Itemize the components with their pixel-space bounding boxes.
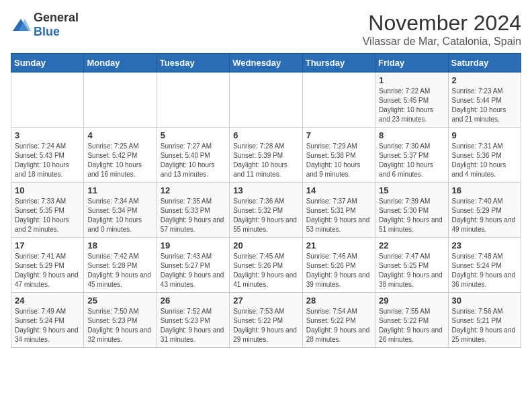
cell-week2-day6: 9Sunrise: 7:31 AM Sunset: 5:36 PM Daylig… [448, 128, 521, 183]
cell-week1-day4 [302, 73, 375, 128]
page-header: General Blue November 2024 Vilassar de M… [11, 11, 521, 48]
day-number: 25 [87, 295, 152, 306]
day-number: 15 [379, 185, 444, 195]
cell-week2-day3: 6Sunrise: 7:28 AM Sunset: 5:39 PM Daylig… [230, 128, 302, 183]
day-info: Sunrise: 7:54 AM Sunset: 5:22 PM Dayligh… [306, 307, 371, 345]
cell-week3-day4: 14Sunrise: 7:37 AM Sunset: 5:31 PM Dayli… [302, 183, 375, 238]
day-number: 28 [306, 295, 371, 306]
cell-week3-day3: 13Sunrise: 7:36 AM Sunset: 5:32 PM Dayli… [230, 183, 302, 238]
cell-week5-day2: 26Sunrise: 7:52 AM Sunset: 5:23 PM Dayli… [157, 293, 229, 348]
day-info: Sunrise: 7:36 AM Sunset: 5:32 PM Dayligh… [233, 197, 298, 234]
day-info: Sunrise: 7:52 AM Sunset: 5:23 PM Dayligh… [161, 307, 226, 345]
day-number: 18 [87, 240, 152, 250]
day-info: Sunrise: 7:53 AM Sunset: 5:22 PM Dayligh… [233, 307, 298, 345]
header-friday: Friday [375, 54, 448, 73]
day-number: 2 [452, 75, 517, 85]
day-number: 29 [379, 295, 444, 306]
cell-week4-day4: 21Sunrise: 7:46 AM Sunset: 5:26 PM Dayli… [302, 238, 375, 293]
cell-week1-day1 [84, 73, 157, 128]
month-title: November 2024 [363, 11, 521, 36]
day-info: Sunrise: 7:56 AM Sunset: 5:21 PM Dayligh… [452, 307, 517, 345]
logo: General Blue [11, 11, 79, 39]
calendar-header: Sunday Monday Tuesday Wednesday Thursday… [11, 54, 521, 73]
day-info: Sunrise: 7:40 AM Sunset: 5:29 PM Dayligh… [452, 197, 517, 234]
day-number: 24 [15, 295, 80, 306]
day-info: Sunrise: 7:23 AM Sunset: 5:44 PM Dayligh… [452, 87, 517, 124]
title-area: November 2024 Vilassar de Mar, Catalonia… [363, 11, 521, 48]
day-info: Sunrise: 7:39 AM Sunset: 5:30 PM Dayligh… [379, 197, 444, 234]
day-number: 9 [452, 130, 517, 140]
day-info: Sunrise: 7:27 AM Sunset: 5:40 PM Dayligh… [161, 142, 226, 179]
week-row-4: 17Sunrise: 7:41 AM Sunset: 5:29 PM Dayli… [11, 238, 521, 293]
cell-week4-day0: 17Sunrise: 7:41 AM Sunset: 5:29 PM Dayli… [11, 238, 84, 293]
day-info: Sunrise: 7:50 AM Sunset: 5:23 PM Dayligh… [87, 307, 152, 345]
header-row: Sunday Monday Tuesday Wednesday Thursday… [11, 54, 521, 73]
day-info: Sunrise: 7:30 AM Sunset: 5:37 PM Dayligh… [379, 142, 444, 179]
cell-week3-day5: 15Sunrise: 7:39 AM Sunset: 5:30 PM Dayli… [375, 183, 448, 238]
logo-general: General [34, 11, 79, 24]
day-info: Sunrise: 7:45 AM Sunset: 5:26 PM Dayligh… [233, 252, 298, 289]
cell-week1-day2 [157, 73, 229, 128]
day-number: 4 [87, 130, 152, 140]
cell-week3-day6: 16Sunrise: 7:40 AM Sunset: 5:29 PM Dayli… [448, 183, 521, 238]
day-number: 26 [161, 295, 226, 306]
week-row-1: 1Sunrise: 7:22 AM Sunset: 5:45 PM Daylig… [11, 73, 521, 128]
day-number: 20 [233, 240, 298, 250]
day-number: 27 [233, 295, 298, 306]
day-info: Sunrise: 7:49 AM Sunset: 5:24 PM Dayligh… [15, 307, 80, 345]
day-info: Sunrise: 7:33 AM Sunset: 5:35 PM Dayligh… [15, 197, 80, 234]
day-number: 7 [306, 130, 371, 140]
day-number: 19 [161, 240, 226, 250]
day-info: Sunrise: 7:55 AM Sunset: 5:22 PM Dayligh… [379, 307, 444, 345]
day-info: Sunrise: 7:22 AM Sunset: 5:45 PM Dayligh… [379, 87, 444, 124]
day-info: Sunrise: 7:29 AM Sunset: 5:38 PM Dayligh… [306, 142, 371, 179]
cell-week2-day0: 3Sunrise: 7:24 AM Sunset: 5:43 PM Daylig… [11, 128, 84, 183]
header-tuesday: Tuesday [157, 54, 229, 73]
day-number: 5 [161, 130, 226, 140]
header-monday: Monday [84, 54, 157, 73]
day-number: 23 [452, 240, 517, 250]
day-number: 22 [379, 240, 444, 250]
header-wednesday: Wednesday [230, 54, 302, 73]
day-info: Sunrise: 7:42 AM Sunset: 5:28 PM Dayligh… [87, 252, 152, 289]
cell-week2-day4: 7Sunrise: 7:29 AM Sunset: 5:38 PM Daylig… [302, 128, 375, 183]
week-row-5: 24Sunrise: 7:49 AM Sunset: 5:24 PM Dayli… [11, 293, 521, 348]
day-number: 17 [15, 240, 80, 250]
logo-blue: Blue [34, 25, 60, 38]
cell-week3-day1: 11Sunrise: 7:34 AM Sunset: 5:34 PM Dayli… [84, 183, 157, 238]
day-info: Sunrise: 7:24 AM Sunset: 5:43 PM Dayligh… [15, 142, 80, 179]
cell-week3-day2: 12Sunrise: 7:35 AM Sunset: 5:33 PM Dayli… [157, 183, 229, 238]
day-number: 21 [306, 240, 371, 250]
day-info: Sunrise: 7:25 AM Sunset: 5:42 PM Dayligh… [87, 142, 152, 179]
cell-week5-day4: 28Sunrise: 7:54 AM Sunset: 5:22 PM Dayli… [302, 293, 375, 348]
cell-week5-day6: 30Sunrise: 7:56 AM Sunset: 5:21 PM Dayli… [448, 293, 521, 348]
logo-icon [11, 17, 31, 33]
cell-week1-day6: 2Sunrise: 7:23 AM Sunset: 5:44 PM Daylig… [448, 73, 521, 128]
cell-week1-day0 [11, 73, 84, 128]
calendar-table: Sunday Monday Tuesday Wednesday Thursday… [11, 53, 521, 348]
cell-week2-day1: 4Sunrise: 7:25 AM Sunset: 5:42 PM Daylig… [84, 128, 157, 183]
header-thursday: Thursday [302, 54, 375, 73]
cell-week5-day5: 29Sunrise: 7:55 AM Sunset: 5:22 PM Dayli… [375, 293, 448, 348]
cell-week2-day5: 8Sunrise: 7:30 AM Sunset: 5:37 PM Daylig… [375, 128, 448, 183]
cell-week4-day3: 20Sunrise: 7:45 AM Sunset: 5:26 PM Dayli… [230, 238, 302, 293]
cell-week4-day2: 19Sunrise: 7:43 AM Sunset: 5:27 PM Dayli… [157, 238, 229, 293]
day-number: 13 [233, 185, 298, 195]
day-number: 10 [15, 185, 80, 195]
day-number: 1 [379, 75, 444, 85]
day-number: 8 [379, 130, 444, 140]
day-info: Sunrise: 7:28 AM Sunset: 5:39 PM Dayligh… [233, 142, 298, 179]
cell-week4-day6: 23Sunrise: 7:48 AM Sunset: 5:24 PM Dayli… [448, 238, 521, 293]
day-info: Sunrise: 7:31 AM Sunset: 5:36 PM Dayligh… [452, 142, 517, 179]
cell-week5-day1: 25Sunrise: 7:50 AM Sunset: 5:23 PM Dayli… [84, 293, 157, 348]
cell-week1-day5: 1Sunrise: 7:22 AM Sunset: 5:45 PM Daylig… [375, 73, 448, 128]
day-info: Sunrise: 7:37 AM Sunset: 5:31 PM Dayligh… [306, 197, 371, 234]
day-info: Sunrise: 7:48 AM Sunset: 5:24 PM Dayligh… [452, 252, 517, 289]
cell-week5-day3: 27Sunrise: 7:53 AM Sunset: 5:22 PM Dayli… [230, 293, 302, 348]
week-row-3: 10Sunrise: 7:33 AM Sunset: 5:35 PM Dayli… [11, 183, 521, 238]
day-info: Sunrise: 7:35 AM Sunset: 5:33 PM Dayligh… [161, 197, 226, 234]
day-number: 16 [452, 185, 517, 195]
day-info: Sunrise: 7:41 AM Sunset: 5:29 PM Dayligh… [15, 252, 80, 289]
calendar-body: 1Sunrise: 7:22 AM Sunset: 5:45 PM Daylig… [11, 73, 521, 348]
cell-week4-day5: 22Sunrise: 7:47 AM Sunset: 5:25 PM Dayli… [375, 238, 448, 293]
